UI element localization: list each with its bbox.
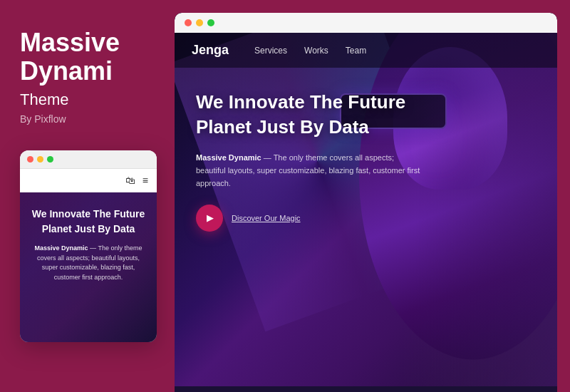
mobile-hero-text: We Innovate The Future Planet Just By Da… [30,207,147,237]
desktop-browser-bar [175,13,557,33]
website-nav: Jenga Services Works Team [175,33,557,68]
nav-link-works[interactable]: Works [304,46,328,56]
mobile-browser-bar [20,150,157,169]
website-nav-links: Services Works Team [254,46,366,56]
hero-description: Massive Dynamic — The only theme covers … [196,151,424,190]
hero-cta: ▶ Discover Our Magic [196,205,424,232]
hero-headline: We Innovate The Future Planet Just By Da… [196,90,424,140]
desktop-dot-yellow [196,19,203,26]
website-content: Jenga Services Works Team We Innovate Th… [175,33,557,386]
play-icon: ▶ [207,212,214,223]
nav-link-services[interactable]: Services [254,46,287,56]
mobile-mockup: 🛍 ≡ We Innovate The Future Planet Just B… [20,150,157,342]
sidebar: Massive Dynami Theme By Pixflow 🛍 ≡ We I… [0,0,175,392]
mobile-nav: 🛍 ≡ [20,169,157,192]
desktop-dot-green [207,19,214,26]
cart-icon: 🛍 [125,175,135,186]
mobile-dot-yellow [37,156,43,163]
play-button[interactable]: ▶ [196,205,223,232]
theme-title: Massive Dynami [20,29,155,85]
desktop-browser: Jenga Services Works Team We Innovate Th… [175,13,557,392]
menu-icon: ≡ [142,175,148,186]
mobile-dot-red [27,156,33,163]
nav-link-team[interactable]: Team [346,46,366,56]
website-logo: Jenga [192,43,229,58]
cta-link[interactable]: Discover Our Magic [232,214,301,222]
author-label: By Pixflow [20,113,155,125]
mobile-dot-green [47,156,53,163]
desktop-dot-red [185,19,192,26]
theme-subtitle: Theme [20,91,155,109]
mobile-hero-section: We Innovate The Future Planet Just By Da… [20,192,157,342]
website-hero: We Innovate The Future Planet Just By Da… [196,90,424,232]
mobile-description: Massive Dynamic — The only theme covers … [30,244,147,282]
